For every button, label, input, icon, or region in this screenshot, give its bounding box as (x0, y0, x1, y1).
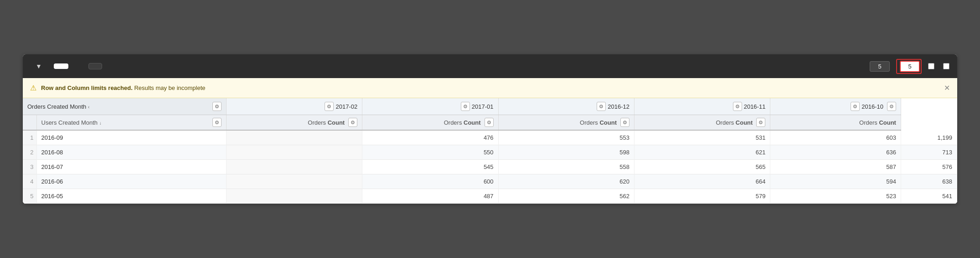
value-cell (226, 160, 362, 174)
col-2016-10-gear-icon[interactable]: ⚙ (851, 102, 860, 111)
table-header-row-2: Users Created Month ↓ ⚙ Orders Count ⚙ (23, 115, 957, 131)
table-row: 52016-05487562579523541 (23, 189, 957, 204)
col-header-2017-02: ⚙ 2017-02 (226, 98, 362, 115)
warning-close-icon[interactable]: ✕ (944, 84, 950, 92)
col-last-gear-icon[interactable]: ⚙ (887, 102, 896, 111)
measure-header-5: Orders Count (770, 115, 901, 131)
warning-message: Row and Column limits reached. Results m… (41, 84, 206, 91)
row-dim-gear-icon[interactable]: ⚙ (212, 118, 222, 127)
toolbar-controls (867, 59, 952, 74)
value-cell (226, 130, 362, 145)
results-table: Orders Created Month ‹ ⚙ ⚙ 2017-02 (23, 98, 957, 204)
value-cell: 576 (901, 160, 957, 174)
col-header-2016-11: ⚙ 2016-11 (634, 98, 770, 115)
measure-1-gear-icon[interactable]: ⚙ (348, 118, 357, 127)
row-number: 5 (23, 189, 36, 204)
tab-data[interactable]: ▼ (28, 60, 52, 73)
row-dim-header-label: Users Created Month ↓ (41, 119, 102, 126)
dimension-cell: 2016-05 (36, 189, 226, 204)
col-header-2016-12: ⚙ 2016-12 (498, 98, 634, 115)
value-cell: 487 (362, 189, 498, 204)
col-limit-highlight-box (896, 59, 922, 74)
value-cell: 550 (362, 145, 498, 160)
value-cell: 531 (634, 130, 770, 145)
value-cell: 476 (362, 130, 498, 145)
value-cell: 587 (770, 160, 901, 174)
add-calculation-button[interactable] (88, 63, 102, 69)
row-number: 3 (23, 160, 36, 174)
row-totals-checkbox[interactable] (943, 63, 949, 69)
row-num-header (23, 115, 36, 131)
value-cell: 594 (770, 174, 901, 189)
col-2017-01-gear-icon[interactable]: ⚙ (461, 102, 470, 111)
value-cell: 558 (498, 160, 634, 174)
results-table-wrapper: Orders Created Month ‹ ⚙ ⚙ 2017-02 (23, 98, 957, 204)
measure-5-label: Orders Count (859, 119, 896, 126)
col-2017-02-label: 2017-02 (335, 103, 357, 110)
row-sort-icon: ↓ (99, 121, 102, 126)
col-2016-11-label: 2016-11 (744, 103, 766, 110)
table-row: 42016-06600620664594638 (23, 174, 957, 189)
row-totals-checkbox-group (943, 63, 952, 69)
measure-2-gear-icon[interactable]: ⚙ (485, 118, 494, 127)
value-cell: 600 (362, 174, 498, 189)
col-header-2017-01: ⚙ 2017-01 (362, 98, 498, 115)
table-row: 22016-08550598621636713 (23, 145, 957, 160)
value-cell: 1,199 (901, 130, 957, 145)
row-limit-group (867, 61, 890, 72)
row-number: 1 (23, 130, 36, 145)
dimension-cell: 2016-06 (36, 174, 226, 189)
measure-header-4: Orders Count ⚙ (634, 115, 770, 131)
col-2016-12-label: 2016-12 (608, 103, 629, 110)
row-dim-header: Users Created Month ↓ ⚙ (36, 115, 226, 131)
measure-4-label: Orders Count (716, 119, 753, 126)
row-number: 4 (23, 174, 36, 189)
value-cell (226, 145, 362, 160)
value-cell: 523 (770, 189, 901, 204)
row-limit-input[interactable] (870, 61, 890, 72)
tab-results[interactable] (54, 63, 68, 69)
value-cell (226, 174, 362, 189)
col-2016-10-label: 2016-10 (861, 103, 883, 110)
dimension-cell: 2016-09 (36, 130, 226, 145)
measure-header-1: Orders Count ⚙ (226, 115, 362, 131)
dimension-cell: 2016-07 (36, 160, 226, 174)
row-number: 2 (23, 145, 36, 160)
value-cell: 603 (770, 130, 901, 145)
value-cell: 638 (901, 174, 957, 189)
measure-header-2: Orders Count ⚙ (362, 115, 498, 131)
measure-1-label: Orders Count (308, 119, 345, 126)
totals-checkbox-group (928, 63, 937, 69)
col-2017-02-gear-icon[interactable]: ⚙ (325, 102, 334, 111)
totals-checkbox[interactable] (928, 63, 934, 69)
warning-icon: ⚠ (30, 84, 36, 92)
measure-header-3: Orders Count ⚙ (498, 115, 634, 131)
table-row: 32016-07545558565587576 (23, 160, 957, 174)
sort-icon: ‹ (88, 105, 89, 110)
pivot-dim-header: Orders Created Month ‹ ⚙ (23, 98, 226, 115)
value-cell: 579 (634, 189, 770, 204)
tab-sql[interactable] (70, 63, 85, 69)
value-cell: 636 (770, 145, 901, 160)
col-2017-01-label: 2017-01 (472, 103, 494, 110)
col-2016-12-gear-icon[interactable]: ⚙ (597, 102, 606, 111)
table-row: 12016-094765535316031,199 (23, 130, 957, 145)
warning-bold: Row and Column limits reached. (41, 84, 133, 91)
value-cell: 545 (362, 160, 498, 174)
pivot-dim-header-label: Orders Created Month ‹ (27, 103, 89, 110)
col-limit-input[interactable] (900, 61, 920, 72)
measure-4-gear-icon[interactable]: ⚙ (756, 118, 765, 127)
col-header-2016-10: ⚙ 2016-10 ⚙ (770, 98, 901, 115)
main-container: ▼ (23, 54, 957, 204)
measure-3-gear-icon[interactable]: ⚙ (620, 118, 629, 127)
measure-2-label: Orders Count (444, 119, 481, 126)
chevron-down-icon: ▼ (36, 63, 42, 70)
pivot-dim-gear-icon[interactable]: ⚙ (212, 102, 222, 111)
value-cell: 664 (634, 174, 770, 189)
value-cell: 562 (498, 189, 634, 204)
value-cell: 541 (901, 189, 957, 204)
dimension-cell: 2016-08 (36, 145, 226, 160)
value-cell: 621 (634, 145, 770, 160)
value-cell: 713 (901, 145, 957, 160)
col-2016-11-gear-icon[interactable]: ⚙ (733, 102, 742, 111)
